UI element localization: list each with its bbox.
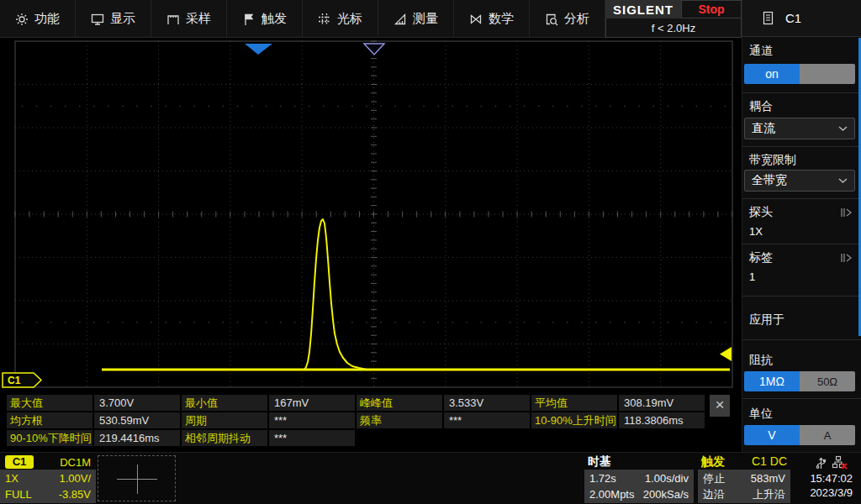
system-time: 15:47:02 bbox=[789, 471, 853, 486]
trigger-label: 触发 bbox=[701, 454, 725, 470]
menu-label: 光标 bbox=[337, 11, 362, 27]
trigger-type-readout: 边沿 bbox=[703, 487, 725, 502]
timebase-label: 时基 bbox=[584, 454, 694, 470]
measurement-value: 308.19mV bbox=[619, 395, 705, 411]
measurement-panel: 最大值 3.700V 最小值 167mV 峰峰值 3.533V 平均值 308.… bbox=[0, 391, 733, 450]
expand-arrow-icon bbox=[839, 207, 853, 218]
graticule-svg: C1 bbox=[0, 38, 742, 391]
measurement-value: 3.533V bbox=[444, 395, 530, 411]
oscilloscope-screen: 功能 显示 采样 触发 光标 测量 数学 分析 bbox=[0, 0, 861, 504]
math-icon bbox=[469, 13, 483, 26]
channel1-scale-readout: 1.00V/ bbox=[59, 471, 91, 486]
expand-arrow-icon bbox=[839, 253, 853, 263]
measurement-label: 均方根 bbox=[7, 412, 92, 428]
measurement-label: 相邻周期抖动 bbox=[182, 430, 267, 446]
timebase-descriptor-box[interactable]: 时基 1.72s1.00s/div 2.00Mpts200kSa/s bbox=[584, 454, 694, 503]
measurement-value: 118.3806ms bbox=[619, 412, 705, 428]
tag-expand-icon[interactable] bbox=[839, 252, 853, 265]
trigger-state-readout: 停止 bbox=[703, 471, 725, 486]
menu-label: 测量 bbox=[413, 11, 438, 27]
measurement-value: 167mV bbox=[269, 395, 355, 411]
menu-trigger[interactable]: 触发 bbox=[227, 0, 303, 38]
timebase-delay-readout: 1.72s bbox=[589, 471, 616, 486]
analysis-magnifier-icon bbox=[545, 13, 558, 26]
trigger-level-readout: 583mV bbox=[751, 471, 785, 486]
impedance-section-label: 阻抗 bbox=[749, 353, 773, 368]
measurement-row: 90-10%下降时间 219.4416ms 相邻周期抖动 *** bbox=[7, 430, 355, 446]
graticule-grid bbox=[15, 41, 732, 387]
unit-volt-button[interactable]: V bbox=[744, 425, 800, 445]
sidebar-header: C1 bbox=[742, 0, 861, 37]
measurement-row: 最大值 3.700V 最小值 167mV 峰峰值 3.533V 平均值 308.… bbox=[7, 395, 705, 411]
channel-section-label: 通道 bbox=[749, 44, 773, 59]
probe-value[interactable]: 1X bbox=[749, 225, 763, 238]
trigger-level-marker[interactable] bbox=[720, 347, 732, 361]
channel1-descriptor-box[interactable]: C1 DC1M 1X1.00V/ FULL-3.85V bbox=[0, 454, 96, 503]
usb-icon bbox=[816, 455, 827, 470]
menu-label: 采样 bbox=[186, 11, 211, 27]
measurement-value: *** bbox=[269, 412, 355, 428]
gear-icon bbox=[15, 13, 29, 26]
display-icon bbox=[91, 13, 104, 26]
menu-label: 功能 bbox=[34, 11, 60, 27]
channel-off-button[interactable] bbox=[800, 64, 855, 84]
measurement-value: *** bbox=[444, 412, 530, 428]
channel1-offset-readout: -3.85V bbox=[59, 487, 91, 502]
run-state-badge[interactable]: Stop bbox=[681, 0, 742, 18]
impedance-50ohm-button[interactable]: 50Ω bbox=[800, 371, 855, 391]
probe-expand-icon[interactable] bbox=[839, 207, 853, 220]
measurement-value: 530.59mV bbox=[94, 412, 180, 428]
menu-display[interactable]: 显示 bbox=[76, 0, 151, 38]
apply-to-section-label[interactable]: 应用于 bbox=[749, 312, 784, 328]
channel1-badge: C1 bbox=[5, 455, 34, 469]
trigger-position-marker[interactable] bbox=[245, 44, 272, 55]
channel1-offset-marker[interactable]: C1 bbox=[3, 373, 41, 387]
measurement-value: *** bbox=[269, 430, 355, 446]
coupling-section-label: 耦合 bbox=[749, 99, 773, 114]
menu-label: 显示 bbox=[110, 11, 135, 27]
horizontal-reference-marker[interactable] bbox=[364, 44, 384, 55]
bandwidth-value: 全带宽 bbox=[752, 173, 787, 188]
menu-acquire[interactable]: 采样 bbox=[151, 0, 227, 38]
chevron-down-icon bbox=[838, 126, 848, 131]
sample-rate-readout: 200kSa/s bbox=[643, 487, 689, 502]
memory-depth-readout: 2.00Mpts bbox=[589, 487, 634, 502]
channel-on-off-toggle: on bbox=[744, 64, 855, 84]
bandwidth-section-label: 带宽限制 bbox=[749, 153, 796, 168]
menu-math[interactable]: 数学 bbox=[454, 0, 530, 38]
measurement-label: 最大值 bbox=[7, 395, 92, 411]
measurement-label: 周期 bbox=[182, 412, 267, 428]
menu-function[interactable]: 功能 bbox=[0, 0, 76, 38]
bandwidth-dropdown[interactable]: 全带宽 bbox=[744, 170, 855, 192]
sidebar-title: C1 bbox=[785, 11, 801, 25]
tag-section-label: 标签 bbox=[749, 250, 773, 265]
trigger-descriptor-box[interactable]: 触发 C1 DC 停止583mV 边沿上升沿 bbox=[698, 454, 790, 503]
unit-ampere-button[interactable]: A bbox=[800, 425, 855, 445]
coupling-dropdown[interactable]: 直流 bbox=[744, 118, 855, 139]
system-date: 2023/3/9 bbox=[789, 486, 853, 500]
trigger-source-readout: C1 DC bbox=[752, 454, 787, 470]
menu-analysis[interactable]: 分析 bbox=[530, 0, 605, 38]
lan-disconnected-icon bbox=[832, 455, 848, 470]
timebase-scale-readout: 1.00s/div bbox=[645, 471, 689, 486]
measurement-label: 最小值 bbox=[182, 395, 267, 411]
channel1-offset-label: C1 bbox=[8, 375, 21, 386]
menu-measure[interactable]: 测量 bbox=[378, 0, 454, 38]
tag-value[interactable]: 1 bbox=[749, 270, 755, 283]
trigger-frequency-readout: f < 2.0Hz bbox=[605, 18, 742, 38]
channel-on-button[interactable]: on bbox=[744, 64, 800, 84]
measurement-label: 平均值 bbox=[531, 395, 617, 411]
channel1-waveform-trace bbox=[102, 219, 730, 370]
coupling-value: 直流 bbox=[752, 121, 775, 136]
menu-label: 触发 bbox=[261, 11, 287, 27]
menu-cursor[interactable]: 光标 bbox=[303, 0, 378, 38]
measurement-label: 峰峰值 bbox=[357, 395, 442, 411]
impedance-toggle: 1MΩ 50Ω bbox=[744, 371, 855, 391]
impedance-1mohm-button[interactable]: 1MΩ bbox=[744, 371, 800, 391]
measurement-panel-close-button[interactable]: × bbox=[710, 395, 730, 417]
add-channel-slot[interactable] bbox=[98, 455, 176, 501]
menu-label: 分析 bbox=[564, 11, 589, 27]
crosshair-icon bbox=[137, 465, 138, 494]
brand-status-block: SIGLENT Stop f < 2.0Hz bbox=[605, 0, 742, 38]
clipboard-icon bbox=[763, 11, 774, 25]
